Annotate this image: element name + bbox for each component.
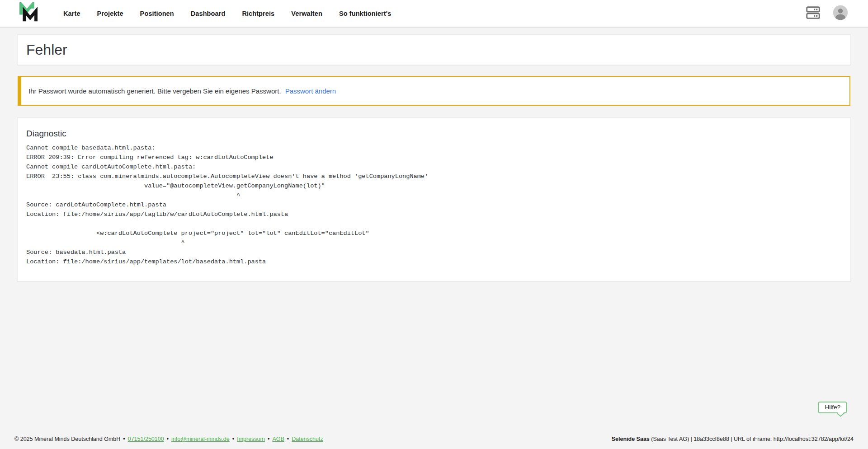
nav-item-so-funktionierts[interactable]: So funktioniert's [339,10,392,17]
copyright-text: © 2025 Mineral Minds Deutschland GmbH [14,436,120,442]
main-navigation: Karte Projekte Positionen Dashboard Rich… [63,10,391,17]
footer-separator: • [287,436,289,442]
server-icon [806,6,820,20]
password-warning-text: Ihr Passwort wurde automatisch generiert… [28,87,281,95]
logo-icon [18,2,39,25]
footer-link-agb[interactable]: AGB [272,436,284,442]
mineral-minds-logo[interactable] [18,3,39,24]
footer-link-email[interactable]: info@mineral-minds.de [171,436,230,442]
footer-left: © 2025 Mineral Minds Deutschland GmbH • … [14,436,323,442]
change-password-link[interactable]: Passwort ändern [285,87,336,95]
error-title-card: Fehler [17,34,851,65]
main-content: Fehler Ihr Passwort wurde automatisch ge… [0,28,868,281]
tenant-name: Selenide Saas [612,436,650,442]
footer-link-phone[interactable]: 07151/250100 [128,436,164,442]
nav-item-karte[interactable]: Karte [63,10,80,17]
nav-item-positionen[interactable]: Positionen [140,10,174,17]
footer: © 2025 Mineral Minds Deutschland GmbH • … [0,429,868,449]
page-title: Fehler [26,42,67,57]
nav-item-dashboard[interactable]: Dashboard [191,10,226,17]
footer-link-impressum[interactable]: Impressum [237,436,265,442]
account-button[interactable] [833,5,848,22]
diagnostic-card: Diagnostic Cannot compile basedata.html.… [17,117,851,281]
help-button[interactable]: Hilfe? [818,402,847,413]
top-navbar: Karte Projekte Positionen Dashboard Rich… [0,0,868,28]
footer-session-info: Selenide Saas (Saas Test AG) | 18a33ccf8… [612,436,854,442]
help-bubble-tail-icon [837,410,844,416]
footer-separator: • [232,436,234,442]
server-button[interactable] [806,6,820,20]
session-details: (Saas Test AG) | 18a33ccf8e88 | URL of i… [650,436,854,442]
footer-separator: • [123,436,125,442]
diagnostic-title: Diagnostic [26,129,842,139]
footer-separator: • [268,436,269,442]
account-icon [833,5,848,22]
footer-link-datenschutz[interactable]: Datenschutz [292,436,323,442]
nav-item-projekte[interactable]: Projekte [97,10,123,17]
nav-item-richtpreis[interactable]: Richtpreis [242,10,274,17]
nav-item-verwalten[interactable]: Verwalten [291,10,322,17]
diagnostic-output: Cannot compile basedata.html.pasta: ERRO… [26,143,842,267]
footer-separator: • [167,436,169,442]
help-label: Hilfe? [825,404,840,411]
password-warning-alert: Ihr Passwort wurde automatisch generiert… [18,76,850,106]
